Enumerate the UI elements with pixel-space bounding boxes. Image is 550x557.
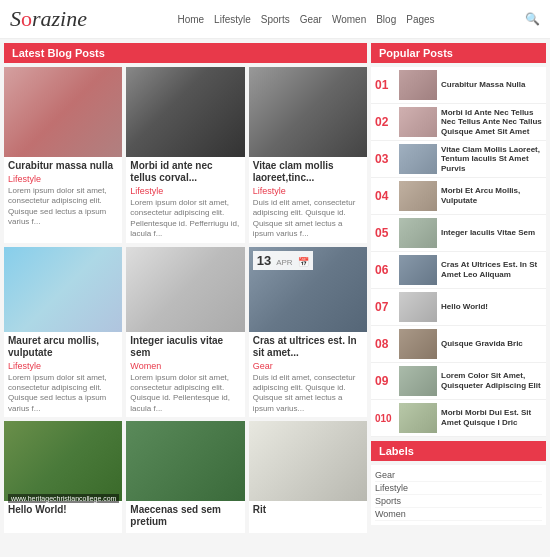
card-content: Vitae clam mollis laoreet,tinc... Lifest… bbox=[249, 157, 367, 243]
right-column: Popular Posts 01 Curabitur Massa Nulla 0… bbox=[371, 43, 546, 554]
popular-item-1[interactable]: 01 Curabitur Massa Nulla bbox=[371, 67, 546, 104]
blog-card[interactable]: Rit bbox=[249, 421, 367, 533]
popular-thumb bbox=[399, 366, 437, 396]
popular-item-3[interactable]: 03 Vitae Clam Mollis Laoreet, Tentum Iac… bbox=[371, 141, 546, 178]
card-content: Cras at ultrices est. In sit amet... Gea… bbox=[249, 332, 367, 418]
popular-num: 010 bbox=[375, 413, 395, 424]
popular-num: 07 bbox=[375, 300, 395, 314]
card-content: Rit bbox=[249, 501, 367, 521]
card-category[interactable]: Lifestyle bbox=[8, 361, 118, 371]
popular-item-7[interactable]: 07 Hello World! bbox=[371, 289, 546, 326]
card-text: Lorem ipsum dolor sit amet, consectetur … bbox=[130, 373, 240, 415]
popular-num: 02 bbox=[375, 115, 395, 129]
card-image-3 bbox=[249, 67, 367, 157]
site-logo[interactable]: Sorazine bbox=[10, 6, 87, 32]
popular-item-2[interactable]: 02 Morbi Id Ante Nec Tellus Nec Tellus A… bbox=[371, 104, 546, 141]
card-content: Mauret arcu mollis, vulputate Lifestyle … bbox=[4, 332, 122, 418]
main-content: Latest Blog Posts Curabitur massa nulla … bbox=[0, 39, 550, 557]
card-category[interactable]: Lifestyle bbox=[8, 174, 118, 184]
popular-item-6[interactable]: 06 Cras At Ultrices Est. In St Amet Leo … bbox=[371, 252, 546, 289]
main-nav: Home Lifestyle Sports Gear Women Blog Pa… bbox=[177, 14, 434, 25]
popular-item-5[interactable]: 05 Integer Iaculis Vitae Sem bbox=[371, 215, 546, 252]
label-gear[interactable]: Gear bbox=[375, 469, 542, 482]
nav-women[interactable]: Women bbox=[332, 14, 366, 25]
popular-thumb bbox=[399, 107, 437, 137]
card-image-7 bbox=[4, 421, 122, 501]
popular-item-8[interactable]: 08 Quisque Gravida Bric bbox=[371, 326, 546, 363]
nav-home[interactable]: Home bbox=[177, 14, 204, 25]
date-badge: 13 APR 📅 bbox=[253, 251, 313, 270]
popular-title: Curabitur Massa Nulla bbox=[441, 80, 542, 90]
card-title: Rit bbox=[253, 504, 363, 516]
popular-text: Morbi Et Arcu Mollis, Vulputate bbox=[441, 186, 542, 205]
popular-num: 08 bbox=[375, 337, 395, 351]
popular-title: Morbi Id Ante Nec Tellus Nec Tellus Ante… bbox=[441, 108, 542, 137]
card-text: Lorem ipsum dolor sit amet, consectetur … bbox=[130, 198, 240, 240]
card-content: Curabitur massa nulla Lifestyle Lorem ip… bbox=[4, 157, 122, 231]
label-lifestyle[interactable]: Lifestyle bbox=[375, 482, 542, 495]
popular-thumb bbox=[399, 255, 437, 285]
card-category[interactable]: Lifestyle bbox=[130, 186, 240, 196]
blog-card[interactable]: Morbi id ante nec tellus corval... Lifes… bbox=[126, 67, 244, 243]
card-text: Lorem ipsum dolor sit amet, consectetur … bbox=[8, 186, 118, 228]
nav-gear[interactable]: Gear bbox=[300, 14, 322, 25]
card-title: Morbi id ante nec tellus corval... bbox=[130, 160, 240, 184]
card-category[interactable]: Women bbox=[130, 361, 240, 371]
left-column: Latest Blog Posts Curabitur massa nulla … bbox=[4, 43, 367, 554]
popular-num: 01 bbox=[375, 78, 395, 92]
popular-posts-header: Popular Posts bbox=[371, 43, 546, 63]
card-category[interactable]: Lifestyle bbox=[253, 186, 363, 196]
popular-title: Lorem Color Sit Amet, Quisqueter Adipisc… bbox=[441, 371, 542, 390]
nav-pages[interactable]: Pages bbox=[406, 14, 434, 25]
site-header: Sorazine Home Lifestyle Sports Gear Wome… bbox=[0, 0, 550, 39]
popular-text: Morbi Id Ante Nec Tellus Nec Tellus Ante… bbox=[441, 108, 542, 137]
card-content: Maecenas sed sem pretium bbox=[126, 501, 244, 533]
popular-thumb bbox=[399, 329, 437, 359]
popular-thumb bbox=[399, 144, 437, 174]
card-image-9 bbox=[249, 421, 367, 501]
popular-item-10[interactable]: 010 Morbi Morbi Dui Est. Sit Amet Quisqu… bbox=[371, 400, 546, 437]
card-image-8 bbox=[126, 421, 244, 501]
blog-card[interactable]: Mauret arcu mollis, vulputate Lifestyle … bbox=[4, 247, 122, 418]
label-sports[interactable]: Sports bbox=[375, 495, 542, 508]
popular-num: 05 bbox=[375, 226, 395, 240]
date-month: APR bbox=[276, 258, 292, 267]
search-icon[interactable]: 🔍 bbox=[525, 12, 540, 26]
popular-num: 04 bbox=[375, 189, 395, 203]
card-image-1 bbox=[4, 67, 122, 157]
card-image-4 bbox=[4, 247, 122, 332]
date-day: 13 bbox=[257, 253, 271, 268]
card-text: Duis id elit amet, consectetur adipiscin… bbox=[253, 198, 363, 240]
popular-item-9[interactable]: 09 Lorem Color Sit Amet, Quisqueter Adip… bbox=[371, 363, 546, 400]
blog-card[interactable]: Curabitur massa nulla Lifestyle Lorem ip… bbox=[4, 67, 122, 243]
blog-card[interactable]: Maecenas sed sem pretium bbox=[126, 421, 244, 533]
card-title: Mauret arcu mollis, vulputate bbox=[8, 335, 118, 359]
popular-text: Integer Iaculis Vitae Sem bbox=[441, 228, 542, 238]
popular-title: Morbi Morbi Dui Est. Sit Amet Quisque I … bbox=[441, 408, 542, 427]
card-text: Lorem ipsum dolor sit amet, consectetur … bbox=[8, 373, 118, 415]
blog-grid-row1: Curabitur massa nulla Lifestyle Lorem ip… bbox=[4, 67, 367, 243]
popular-item-4[interactable]: 04 Morbi Et Arcu Mollis, Vulputate bbox=[371, 178, 546, 215]
popular-text: Quisque Gravida Bric bbox=[441, 339, 542, 349]
card-title: Maecenas sed sem pretium bbox=[130, 504, 240, 528]
nav-blog[interactable]: Blog bbox=[376, 14, 396, 25]
popular-num: 03 bbox=[375, 152, 395, 166]
card-title: Curabitur massa nulla bbox=[8, 160, 118, 172]
nav-lifestyle[interactable]: Lifestyle bbox=[214, 14, 251, 25]
card-category[interactable]: Gear bbox=[253, 361, 363, 371]
popular-text: Vitae Clam Mollis Laoreet, Tentum Iaculi… bbox=[441, 145, 542, 174]
blog-card[interactable]: www.heritagechristiancollege.com Hello W… bbox=[4, 421, 122, 533]
popular-thumb bbox=[399, 292, 437, 322]
blog-card[interactable]: Integer iaculis vitae sem Women Lorem ip… bbox=[126, 247, 244, 418]
blog-card[interactable]: 13 APR 📅 Cras at ultrices est. In sit am… bbox=[249, 247, 367, 418]
nav-sports[interactable]: Sports bbox=[261, 14, 290, 25]
popular-num: 06 bbox=[375, 263, 395, 277]
blog-card[interactable]: Vitae clam mollis laoreet,tinc... Lifest… bbox=[249, 67, 367, 243]
popular-title: Morbi Et Arcu Mollis, Vulputate bbox=[441, 186, 542, 205]
card-image-6: 13 APR 📅 bbox=[249, 247, 367, 332]
label-women[interactable]: Women bbox=[375, 508, 542, 521]
popular-posts-list: 01 Curabitur Massa Nulla 02 Morbi Id Ant… bbox=[371, 67, 546, 437]
popular-text: Lorem Color Sit Amet, Quisqueter Adipisc… bbox=[441, 371, 542, 390]
labels-list: Gear Lifestyle Sports Women bbox=[371, 465, 546, 525]
card-title: Hello World! bbox=[8, 504, 118, 516]
